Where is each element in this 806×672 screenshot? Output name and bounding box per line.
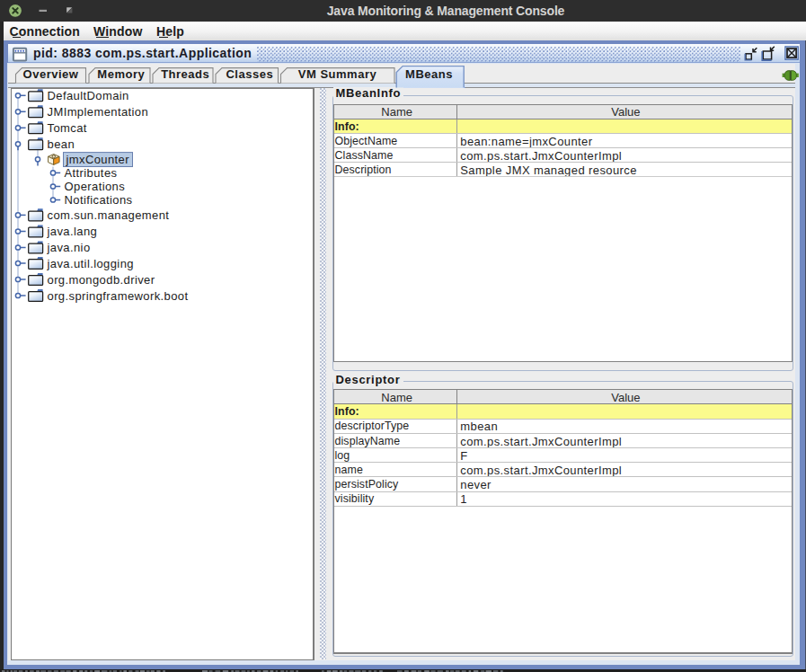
svg-text:Operations: Operations — [65, 180, 126, 193]
svg-text:bean: bean — [48, 137, 75, 151]
svg-text:java.nio: java.nio — [47, 241, 91, 254]
svg-text:JMImplementation: JMImplementation — [48, 105, 149, 119]
svg-text:Notifications: Notifications — [65, 193, 133, 207]
svg-text:Overview: Overview — [23, 67, 79, 81]
svg-text:java.lang: java.lang — [47, 225, 98, 238]
svg-text:jmxCounter: jmxCounter — [66, 153, 130, 166]
svg-text:Attributes: Attributes — [65, 166, 118, 180]
svg-text:java.util.logging: java.util.logging — [47, 257, 134, 270]
svg-text:Tomcat: Tomcat — [48, 121, 87, 135]
svg-text:org.springframework.boot: org.springframework.boot — [48, 289, 189, 303]
svg-text:com.sun.management: com.sun.management — [48, 208, 170, 222]
svg-text:MBeans: MBeans — [405, 67, 453, 81]
svg-text:DefaultDomain: DefaultDomain — [48, 89, 129, 102]
svg-text:Threads: Threads — [161, 67, 209, 81]
svg-text:org.mongodb.driver: org.mongodb.driver — [48, 273, 155, 287]
svg-text:VM Summary: VM Summary — [298, 67, 377, 81]
svg-text:Classes: Classes — [226, 67, 273, 81]
svg-text:Memory: Memory — [97, 67, 145, 81]
